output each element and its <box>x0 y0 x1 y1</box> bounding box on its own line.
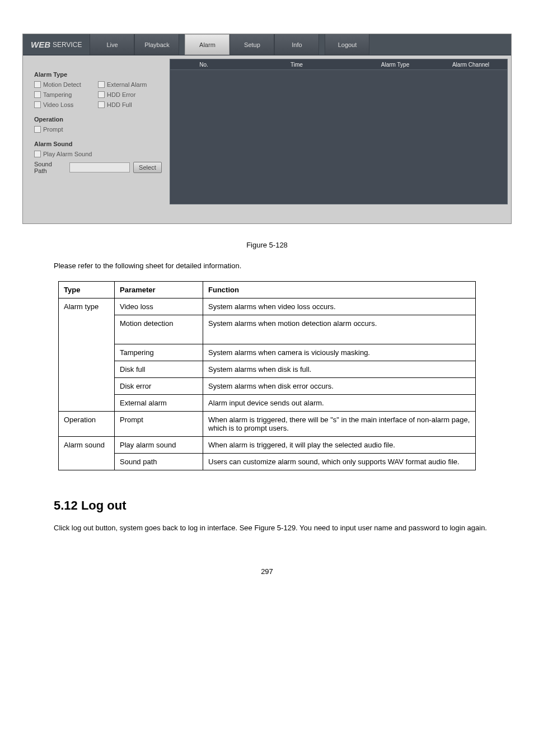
cell-type: Alarm type <box>59 298 115 412</box>
section-paragraph: Click log out button, system goes back t… <box>54 523 512 534</box>
section-heading: 5.12 Log out <box>54 498 512 513</box>
th-param: Parameter <box>115 282 203 298</box>
hdd-error-label: HDD Error <box>107 91 135 98</box>
col-no: No. <box>170 62 237 68</box>
cell-param: Video loss <box>115 298 203 315</box>
cell-param: Tampering <box>115 344 203 361</box>
app-body: Alarm Type Motion Detect External Alarm … <box>23 55 511 208</box>
cell-param: Prompt <box>115 412 203 437</box>
video-loss-label: Video Loss <box>43 101 73 108</box>
th-func: Function <box>203 282 476 298</box>
cell-func: Alarm input device sends out alarm. <box>203 395 476 412</box>
parameter-table: Type Parameter Function Alarm type Video… <box>58 281 476 470</box>
col-alarm-type: Alarm Type <box>356 62 434 68</box>
hdd-full-label: HDD Full <box>107 101 132 108</box>
app-logo: WEB SERVICE <box>23 34 90 55</box>
prompt-label: Prompt <box>43 126 63 133</box>
logo-bold: WEB <box>31 40 50 49</box>
hdd-full-checkbox[interactable] <box>98 101 105 108</box>
play-alarm-sound-checkbox[interactable] <box>34 151 41 157</box>
cell-func: System alarms when disk is full. <box>203 361 476 378</box>
lead-text: Please refer to the following sheet for … <box>54 262 512 270</box>
select-button[interactable]: Select <box>133 162 162 173</box>
th-type: Type <box>59 282 115 298</box>
alarm-list-panel: No. Time Alarm Type Alarm Channel <box>170 59 508 204</box>
col-alarm-channel: Alarm Channel <box>434 62 507 68</box>
alarm-type-title: Alarm Type <box>34 71 162 78</box>
prompt-checkbox[interactable] <box>34 126 41 133</box>
alarm-table-header: No. Time Alarm Type Alarm Channel <box>170 59 508 70</box>
cell-func: System alarms when video loss occurs. <box>203 298 476 315</box>
sound-path-label: Sound Path <box>34 161 66 174</box>
hdd-error-checkbox[interactable] <box>98 91 105 98</box>
figure-caption: Figure 5-128 <box>22 241 512 249</box>
cell-param: Disk error <box>115 378 203 395</box>
cell-param: Disk full <box>115 361 203 378</box>
page-number: 297 <box>22 567 512 576</box>
tab-playback[interactable]: Playback <box>134 34 179 55</box>
cell-param: Play alarm sound <box>115 437 203 454</box>
operation-title: Operation <box>34 116 162 123</box>
tab-alarm[interactable]: Alarm <box>185 34 229 55</box>
tab-setup[interactable]: Setup <box>229 34 274 55</box>
tab-live[interactable]: Live <box>90 34 134 55</box>
cell-func: When alarm is triggered, it will play th… <box>203 437 476 454</box>
tab-logout[interactable]: Logout <box>325 34 369 55</box>
motion-detect-checkbox[interactable] <box>34 81 41 88</box>
app-header: WEB SERVICE Live Playback Alarm Setup In… <box>23 34 511 55</box>
cell-param: Sound path <box>115 454 203 470</box>
col-time: Time <box>237 62 356 68</box>
cell-type: Operation <box>59 412 115 437</box>
alarm-table-body <box>170 70 508 204</box>
cell-type: Alarm sound <box>59 437 115 470</box>
sound-path-input[interactable] <box>69 162 130 172</box>
web-service-screenshot: WEB SERVICE Live Playback Alarm Setup In… <box>22 34 512 224</box>
app-footer <box>23 208 511 223</box>
motion-detect-label: Motion Detect <box>43 81 81 88</box>
cell-param: Motion detection <box>115 315 203 344</box>
video-loss-checkbox[interactable] <box>34 101 41 108</box>
logo-sub: SERVICE <box>53 41 82 49</box>
cell-func: System alarms when disk error occurs. <box>203 378 476 395</box>
alarm-settings-panel: Alarm Type Motion Detect External Alarm … <box>26 59 170 204</box>
alarm-sound-title: Alarm Sound <box>34 141 162 147</box>
tampering-checkbox[interactable] <box>34 91 41 98</box>
external-alarm-checkbox[interactable] <box>98 81 105 88</box>
cell-param: External alarm <box>115 395 203 412</box>
tampering-label: Tampering <box>43 91 72 98</box>
cell-func: Users can customize alarm sound, which o… <box>203 454 476 470</box>
tab-info[interactable]: Info <box>274 34 319 55</box>
cell-func: When alarm is triggered, there will be "… <box>203 412 476 437</box>
play-alarm-sound-label: Play Alarm Sound <box>43 151 92 157</box>
cell-func: System alarms when motion detection alar… <box>203 315 476 344</box>
external-alarm-label: External Alarm <box>107 81 147 88</box>
cell-func: System alarms when camera is viciously m… <box>203 344 476 361</box>
